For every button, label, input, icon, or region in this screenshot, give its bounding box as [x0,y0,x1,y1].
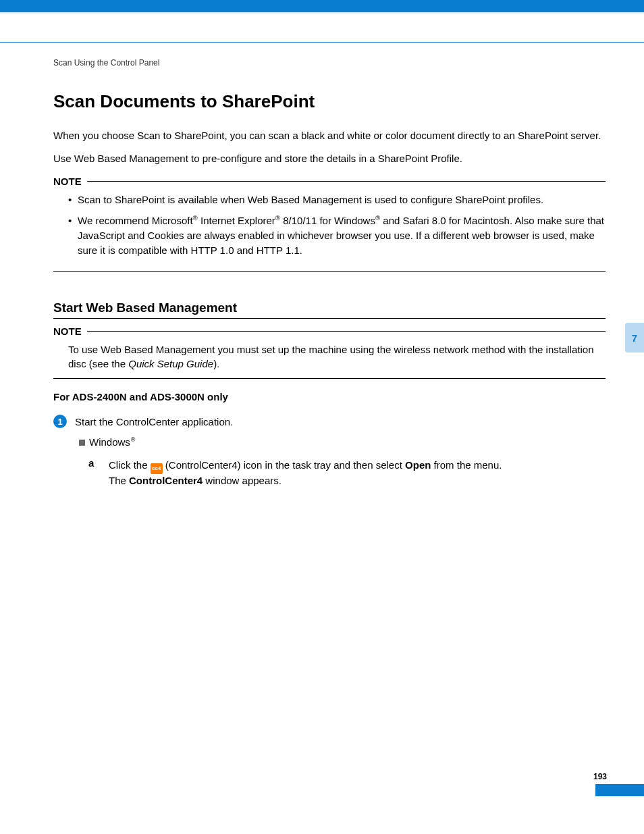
intro-paragraph-2: Use Web Based Management to pre-configur… [53,151,606,166]
controlcenter-icon: cc4 [151,463,163,474]
note-bullet-1: Scan to SharePoint is available when Web… [68,192,606,207]
note-rule-top-2 [87,331,606,332]
note-2-text: To use Web Based Management you must set… [53,337,606,379]
note-block-2: NOTE To use Web Based Management you mus… [53,325,606,380]
note-block-1: NOTE Scan to SharePoint is available whe… [53,176,606,272]
intro-paragraph-1: When you choose Scan to SharePoint, you … [53,128,606,143]
note-rule-bottom [53,271,606,272]
substep-letter: a [88,457,109,469]
substep-a-text: Click the cc4 (ControlCenter4) icon in t… [109,457,502,489]
top-accent-bar [0,0,644,14]
main-content: Scan Documents to SharePoint When you ch… [53,91,606,488]
note-rule-bottom-2 [53,378,606,379]
page-number-block: 193 [593,772,644,796]
model-line: For ADS-2400N and ADS-3000N only [53,391,606,402]
chapter-tab: 7 [625,323,644,353]
os-line: Windows® [79,436,606,448]
section-heading: Start Web Based Management [53,301,606,315]
step-1: 1 Start the ControlCenter application. [53,415,606,429]
note-label-2: NOTE [53,325,87,337]
square-bullet-icon [79,440,85,446]
note-bullet-2: We recommend Microsoft® Internet Explore… [68,213,606,257]
breadcrumb: Scan Using the Control Panel [53,58,159,68]
page-number: 193 [593,772,644,781]
page-number-bar [595,784,644,796]
note-label: NOTE [53,176,87,187]
step-1-sub: Windows® a Click the cc4 (ControlCenter4… [79,436,606,489]
note-rule-top [87,181,606,182]
substep-a: a Click the cc4 (ControlCenter4) icon in… [88,457,606,489]
step-1-text: Start the ControlCenter application. [75,415,233,429]
step-bullet-icon: 1 [53,415,67,428]
section-rule [53,318,606,319]
top-rule [0,42,644,43]
page-title: Scan Documents to SharePoint [53,91,606,112]
